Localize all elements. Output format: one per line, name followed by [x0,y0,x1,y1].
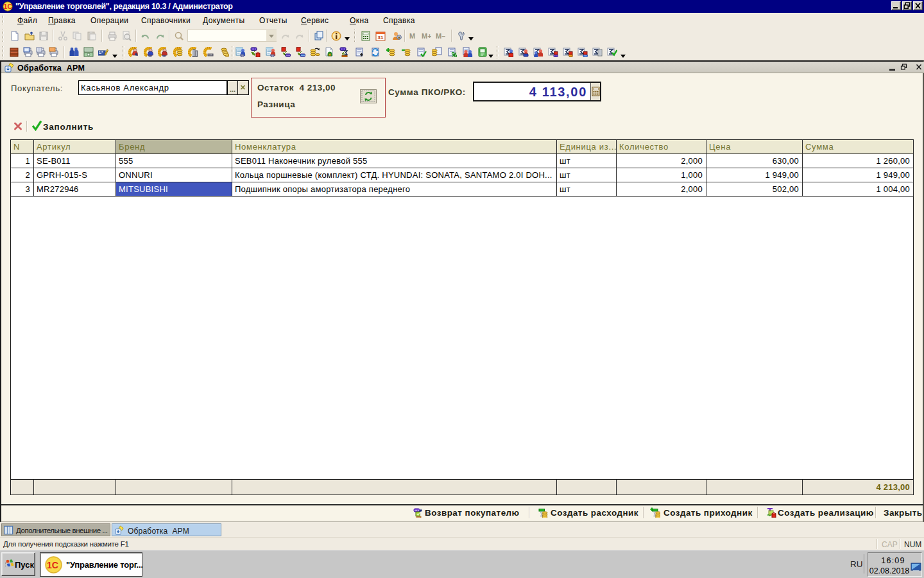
svg-text:M–: M– [436,32,445,40]
svg-text:M+: M+ [422,32,431,40]
svg-text:M: M [409,32,415,40]
svg-text:1С: 1С [47,560,58,570]
svg-text:31: 31 [378,35,384,40]
svg-text:1С: 1С [4,3,13,10]
